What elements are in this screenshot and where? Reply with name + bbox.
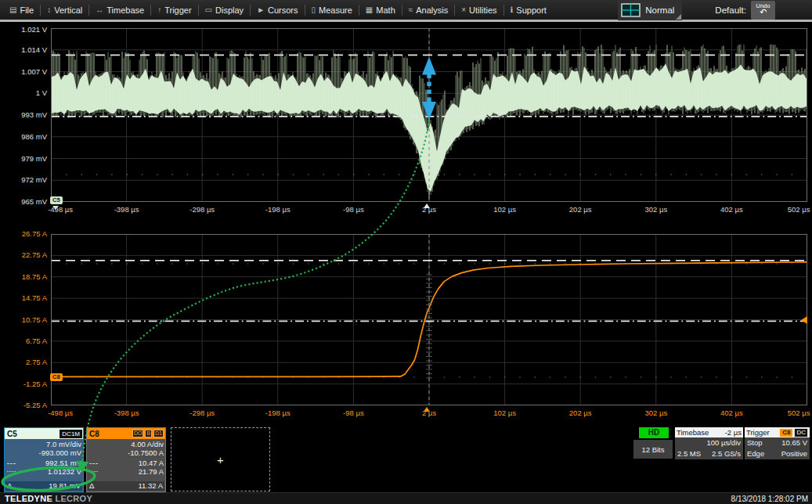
timebase-title: Timebase xyxy=(677,428,725,437)
menu-vertical-label: Vertical xyxy=(54,5,82,15)
undo-button[interactable]: Undo ↷ xyxy=(751,1,775,20)
brand-lecroy: LECROY xyxy=(55,494,92,503)
x-axis-label: -198 µs xyxy=(265,206,291,214)
add-trace-box[interactable]: + xyxy=(171,427,270,491)
trigger-title: Trigger xyxy=(746,428,780,437)
timebase-samples: 2.5 MS xyxy=(677,448,712,459)
menu-measure[interactable]: ▯Measure xyxy=(305,0,359,20)
menu-cursors[interactable]: ►Cursors xyxy=(251,0,304,20)
c8-scale: 4.00 A/div xyxy=(88,440,164,448)
c8-cursor-low: 10.47 A xyxy=(99,459,164,468)
dropdown-corner-icon xyxy=(676,14,681,20)
menu-math[interactable]: ▦Math xyxy=(359,0,402,20)
hd-mode-badge[interactable]: HD xyxy=(639,427,669,438)
x-axis-label: 302 µs xyxy=(644,206,667,214)
y-axis-label: 26.75 A xyxy=(2,230,47,238)
resolution-box[interactable]: 12 Bits xyxy=(633,440,673,459)
timebase-per-div: 100 µs/div xyxy=(707,437,742,448)
y-axis-label: 18.75 A xyxy=(2,273,47,281)
x-axis-label: -98 µs xyxy=(343,409,364,417)
display-icon: ▭ xyxy=(205,6,212,14)
trigger-icon: ↑ xyxy=(157,6,161,14)
y-axis-label: 22.75 A xyxy=(2,251,47,259)
menu-bar-right: Normal Default: Undo ↷ xyxy=(618,0,812,20)
c8-badge-b: B xyxy=(145,430,152,437)
trigger-level-marker[interactable] xyxy=(801,316,807,324)
menu-support[interactable]: ℹSupport xyxy=(504,0,553,20)
x-axis-label: 302 µs xyxy=(644,409,667,417)
x-axis-label: -398 µs xyxy=(114,206,139,214)
c5-zero-badge[interactable]: C5 xyxy=(50,196,63,204)
y-axis-label: 972 mV xyxy=(2,176,47,184)
trigger-box[interactable]: Trigger C8 DC Stop10.65 V EdgePositive xyxy=(745,427,810,460)
x-axis-label: 402 µs xyxy=(720,409,743,417)
x-axis-label: 202 µs xyxy=(569,206,592,214)
grid-mode-button[interactable]: Normal xyxy=(618,0,682,20)
c5-scale: 7.0 mV/div xyxy=(6,440,81,448)
c5-delta-value: 19.81 mV xyxy=(12,481,81,491)
c5-zero-arrow-icon xyxy=(52,206,59,210)
menu-support-label: Support xyxy=(516,5,547,15)
datetime-label: 8/13/2018 1:28:02 PM xyxy=(731,495,808,503)
trigger-source-badge: C8 xyxy=(780,429,792,437)
brand-logo: TELEDYNE LECROY xyxy=(5,494,92,503)
c8-current-grid[interactable] xyxy=(51,234,807,405)
menu-file[interactable]: ▤File xyxy=(3,0,40,20)
cursor-high-icon xyxy=(89,471,98,472)
c8-offset: -10.7500 A xyxy=(88,448,164,457)
y-axis-label: -5.25 A xyxy=(2,401,47,409)
math-icon: ▦ xyxy=(366,6,373,14)
trigger-time-marker-lower[interactable] xyxy=(424,407,430,412)
y-axis-label: 986 mV xyxy=(2,133,47,141)
analysis-icon: ≈ xyxy=(409,6,413,14)
x-axis-label: -298 µs xyxy=(189,206,215,214)
menu-display[interactable]: ▭Display xyxy=(199,0,251,20)
x-axis-label: 102 µs xyxy=(493,409,516,417)
measure-icon: ▯ xyxy=(312,6,316,14)
default-label: Default: xyxy=(715,5,746,15)
timebase-rate: 2.5 GS/s xyxy=(712,448,741,459)
trigger-level: 10.65 V xyxy=(781,437,807,448)
menu-vertical[interactable]: ↕Vertical xyxy=(41,0,88,20)
c5-voltage-grid[interactable] xyxy=(51,28,807,202)
c8-descriptor-box[interactable]: C8 DO B D1 4.00 A/div -10.7500 A 10.47 A… xyxy=(86,427,166,492)
menu-measure-label: Measure xyxy=(319,5,352,15)
c5-cursor-high: 1.01232 V xyxy=(17,468,81,477)
timebase-box[interactable]: Timebase -2 µs 100 µs/div 2.5 MS2.5 GS/s xyxy=(675,427,743,460)
support-icon: ℹ xyxy=(511,6,514,14)
menu-trigger-label: Trigger xyxy=(164,5,191,15)
file-icon: ▤ xyxy=(9,6,16,14)
c5-descriptor-box[interactable]: C5 DC1M 7.0 mV/div -993.000 mV 992.51 mV… xyxy=(4,427,84,492)
c5-coupling-badge: DC1M xyxy=(60,430,82,438)
trigger-slope: Positive xyxy=(781,448,807,459)
vertical-icon: ↕ xyxy=(47,6,51,14)
grid-layout-icon xyxy=(621,3,641,17)
menu-cursors-label: Cursors xyxy=(268,5,298,15)
y-axis-label: -1.25 A xyxy=(2,380,47,388)
menu-bar: ▤File ↕Vertical ↔Timebase ↑Trigger ▭Disp… xyxy=(0,0,812,22)
display-mode-label: Normal xyxy=(645,5,674,15)
y-axis-label: 1.021 V xyxy=(2,26,47,34)
c8-badge-d1: D1 xyxy=(153,430,164,437)
footer-bar xyxy=(0,492,812,504)
menu-math-label: Math xyxy=(376,5,395,15)
brand-teledyne: TELEDYNE xyxy=(5,494,52,503)
menu-timebase[interactable]: ↔Timebase xyxy=(89,0,150,20)
c5-offset: -993.000 mV xyxy=(6,448,81,457)
menu-utilities-label: Utilities xyxy=(469,5,496,15)
menu-trigger[interactable]: ↑Trigger xyxy=(151,0,197,20)
c8-zero-badge[interactable]: C8 xyxy=(50,373,63,381)
x-axis-label: -498 µs xyxy=(48,409,73,417)
menu-analysis[interactable]: ≈Analysis xyxy=(402,0,454,20)
cursor-low-icon xyxy=(7,463,16,464)
x-axis-label: 502 µs xyxy=(788,206,810,214)
c5-cursor-low: 992.51 mV xyxy=(17,459,81,468)
add-trace-plus: + xyxy=(217,453,224,466)
menu-utilities[interactable]: ×Utilities xyxy=(455,0,503,20)
y-axis-label: 965 mV xyxy=(2,198,47,206)
x-axis-label: 202 µs xyxy=(569,409,592,417)
menu-analysis-label: Analysis xyxy=(416,5,448,15)
trigger-time-marker-upper[interactable] xyxy=(424,203,430,208)
y-axis-label: 993 mV xyxy=(2,111,47,119)
y-axis-label: 1.007 V xyxy=(2,68,47,76)
